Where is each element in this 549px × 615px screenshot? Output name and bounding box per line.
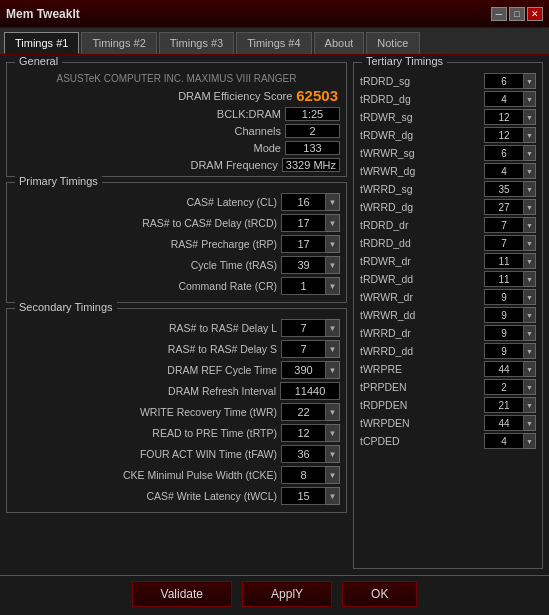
tert-dropdown-1[interactable]: ▼ xyxy=(524,91,536,107)
tert-dropdown-7[interactable]: ▼ xyxy=(524,199,536,215)
tert-dropdown-13[interactable]: ▼ xyxy=(524,307,536,323)
tertiary-row-17: tPRPDEN▼ xyxy=(360,379,536,395)
secondary-title: Secondary Timings xyxy=(15,301,117,313)
tert-input-14[interactable] xyxy=(484,325,524,341)
tert-dropdown-12[interactable]: ▼ xyxy=(524,289,536,305)
close-button[interactable]: ✕ xyxy=(527,7,543,21)
tert-input-19[interactable] xyxy=(484,415,524,431)
tert-dropdown-3[interactable]: ▼ xyxy=(524,127,536,143)
tert-input-2[interactable] xyxy=(484,109,524,125)
ref-interval-input[interactable] xyxy=(280,382,340,400)
window-controls: ─ □ ✕ xyxy=(491,7,543,21)
trcd-dropdown[interactable]: ▼ xyxy=(326,214,340,232)
tertiary-section: Tertiary Timings tRDRD_sg▼tRDRD_dg▼tRDWR… xyxy=(353,62,543,569)
ok-button[interactable]: OK xyxy=(342,581,417,607)
tert-control-11: ▼ xyxy=(484,271,536,287)
tert-dropdown-16[interactable]: ▼ xyxy=(524,361,536,377)
twr-dropdown[interactable]: ▼ xyxy=(326,403,340,421)
tert-input-18[interactable] xyxy=(484,397,524,413)
tert-dropdown-2[interactable]: ▼ xyxy=(524,109,536,125)
tert-input-10[interactable] xyxy=(484,253,524,269)
tert-input-6[interactable] xyxy=(484,181,524,197)
tert-input-16[interactable] xyxy=(484,361,524,377)
tert-input-0[interactable] xyxy=(484,73,524,89)
primary-row-1: RAS# to CAS# Delay (tRCD) ▼ xyxy=(13,214,340,232)
rrd-l-input[interactable] xyxy=(281,319,326,337)
trtp-dropdown[interactable]: ▼ xyxy=(326,424,340,442)
tertiary-row-4: tWRWR_sg▼ xyxy=(360,145,536,161)
ref-cycle-dropdown[interactable]: ▼ xyxy=(326,361,340,379)
tab-timings1[interactable]: Timings #1 xyxy=(4,32,79,54)
tert-input-12[interactable] xyxy=(484,289,524,305)
tert-dropdown-5[interactable]: ▼ xyxy=(524,163,536,179)
tert-input-3[interactable] xyxy=(484,127,524,143)
rrd-s-label: RAS# to RAS# Delay S xyxy=(13,343,281,355)
maximize-button[interactable]: □ xyxy=(509,7,525,21)
tras-dropdown[interactable]: ▼ xyxy=(326,256,340,274)
tert-input-5[interactable] xyxy=(484,163,524,179)
cl-input[interactable] xyxy=(281,193,326,211)
tert-label-7: tWRRD_dg xyxy=(360,201,484,213)
tert-dropdown-6[interactable]: ▼ xyxy=(524,181,536,197)
tert-dropdown-9[interactable]: ▼ xyxy=(524,235,536,251)
trp-dropdown[interactable]: ▼ xyxy=(326,235,340,253)
tert-input-15[interactable] xyxy=(484,343,524,359)
tert-label-18: tRDPDEN xyxy=(360,399,484,411)
tert-control-20: ▼ xyxy=(484,433,536,449)
tert-dropdown-11[interactable]: ▼ xyxy=(524,271,536,287)
tert-input-7[interactable] xyxy=(484,199,524,215)
ref-cycle-input[interactable] xyxy=(281,361,326,379)
tert-control-16: ▼ xyxy=(484,361,536,377)
tertiary-row-14: tWRRD_dr▼ xyxy=(360,325,536,341)
tert-dropdown-0[interactable]: ▼ xyxy=(524,73,536,89)
trcd-input[interactable] xyxy=(281,214,326,232)
twcl-dropdown[interactable]: ▼ xyxy=(326,487,340,505)
tert-label-1: tRDRD_dg xyxy=(360,93,484,105)
bclk-label: BCLK:DRAM xyxy=(217,108,281,120)
tertiary-title: Tertiary Timings xyxy=(362,55,447,67)
tert-dropdown-19[interactable]: ▼ xyxy=(524,415,536,431)
apply-button[interactable]: ApplY xyxy=(242,581,332,607)
tertiary-row-9: tRDRD_dd▼ xyxy=(360,235,536,251)
tert-input-11[interactable] xyxy=(484,271,524,287)
tert-dropdown-8[interactable]: ▼ xyxy=(524,217,536,233)
tfaw-input[interactable] xyxy=(281,445,326,463)
tert-dropdown-17[interactable]: ▼ xyxy=(524,379,536,395)
tert-input-8[interactable] xyxy=(484,217,524,233)
tfaw-dropdown[interactable]: ▼ xyxy=(326,445,340,463)
cr-input[interactable] xyxy=(281,277,326,295)
validate-button[interactable]: Validate xyxy=(132,581,232,607)
tert-label-2: tRDWR_sg xyxy=(360,111,484,123)
tab-about[interactable]: About xyxy=(314,32,365,54)
rrd-l-dropdown[interactable]: ▼ xyxy=(326,319,340,337)
tert-input-13[interactable] xyxy=(484,307,524,323)
tab-timings4[interactable]: Timings #4 xyxy=(236,32,311,54)
tert-dropdown-15[interactable]: ▼ xyxy=(524,343,536,359)
cl-dropdown[interactable]: ▼ xyxy=(326,193,340,211)
tab-timings3[interactable]: Timings #3 xyxy=(159,32,234,54)
freq-value: 3329 MHz xyxy=(282,158,340,172)
twr-input[interactable] xyxy=(281,403,326,421)
tras-input[interactable] xyxy=(281,256,326,274)
twcl-input[interactable] xyxy=(281,487,326,505)
tert-input-9[interactable] xyxy=(484,235,524,251)
minimize-button[interactable]: ─ xyxy=(491,7,507,21)
tert-input-1[interactable] xyxy=(484,91,524,107)
tert-dropdown-20[interactable]: ▼ xyxy=(524,433,536,449)
tert-input-17[interactable] xyxy=(484,379,524,395)
tert-input-4[interactable] xyxy=(484,145,524,161)
tab-notice[interactable]: Notice xyxy=(366,32,419,54)
trtp-input[interactable] xyxy=(281,424,326,442)
tert-dropdown-14[interactable]: ▼ xyxy=(524,325,536,341)
tert-input-20[interactable] xyxy=(484,433,524,449)
cr-dropdown[interactable]: ▼ xyxy=(326,277,340,295)
tab-timings2[interactable]: Timings #2 xyxy=(81,32,156,54)
tert-dropdown-10[interactable]: ▼ xyxy=(524,253,536,269)
tert-dropdown-18[interactable]: ▼ xyxy=(524,397,536,413)
tcke-input[interactable] xyxy=(281,466,326,484)
rrd-s-dropdown[interactable]: ▼ xyxy=(326,340,340,358)
tcke-dropdown[interactable]: ▼ xyxy=(326,466,340,484)
trp-input[interactable] xyxy=(281,235,326,253)
tert-dropdown-4[interactable]: ▼ xyxy=(524,145,536,161)
rrd-s-input[interactable] xyxy=(281,340,326,358)
